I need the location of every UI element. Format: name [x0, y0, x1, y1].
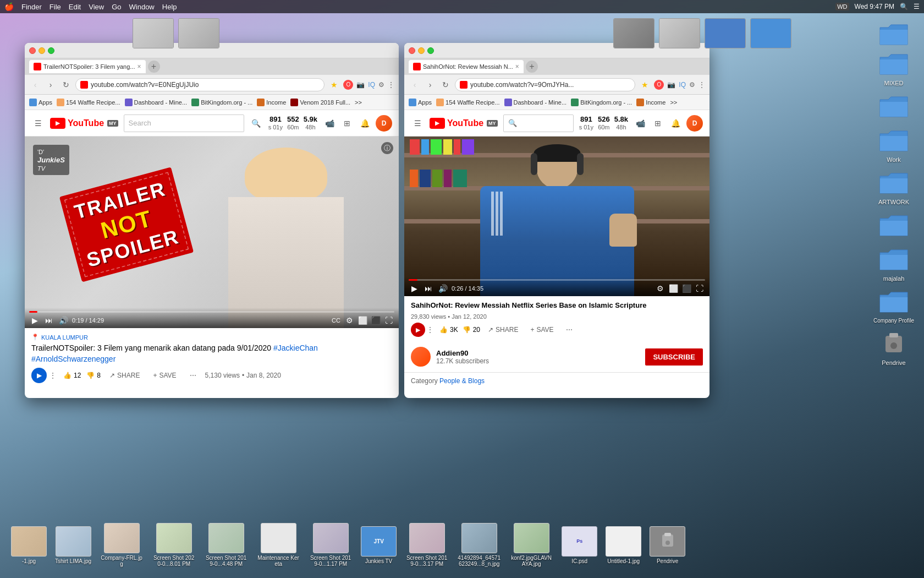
- folder-item-work[interactable]: Work: [877, 127, 910, 163]
- back-button-right[interactable]: ‹: [409, 79, 421, 91]
- avatar-left[interactable]: D: [376, 115, 392, 132]
- file-junkies-tv[interactable]: JTV Junkies TV: [361, 526, 397, 564]
- apps-icon-left[interactable]: ⊞: [340, 117, 354, 130]
- bookmark-apps-right[interactable]: Apps: [409, 99, 432, 106]
- yt-save-indicator[interactable]: ▶ ⋮: [31, 368, 56, 383]
- miniplayer-btn-left[interactable]: ⬛: [370, 315, 381, 326]
- address-bar-left[interactable]: youtube.com/watch?v=E0NEgUjJUio: [75, 78, 324, 91]
- bookmark-waffle-left[interactable]: 154 Waffle Recipe...: [57, 99, 120, 106]
- bookmark-bitkingdom-left[interactable]: BitKingdom.org - ...: [191, 99, 252, 106]
- bookmark-income-right[interactable]: Income: [636, 99, 666, 106]
- subscribe-button[interactable]: SUBSCRIBE: [645, 348, 703, 366]
- forward-button-right[interactable]: ›: [424, 79, 436, 91]
- menu-edit[interactable]: Edit: [69, 3, 81, 11]
- tab-close-right[interactable]: ×: [515, 63, 519, 70]
- dislike-button-right[interactable]: 👎 20: [463, 326, 480, 334]
- bookmark-waffle-right[interactable]: 154 Waffle Recipe...: [436, 99, 499, 106]
- search-icon[interactable]: 🔍: [900, 3, 908, 10]
- folder-item-4[interactable]: Company Profile: [873, 288, 914, 324]
- back-button-left[interactable]: ‹: [29, 79, 41, 91]
- yt-badge-menu-right[interactable]: ⋮: [427, 326, 433, 334]
- more-tools-right[interactable]: ⋮: [698, 81, 705, 89]
- bookmark-star-right[interactable]: ★: [639, 79, 651, 91]
- settings-btn-right[interactable]: ⚙: [654, 283, 666, 294]
- bell-icon-right[interactable]: 🔔: [669, 117, 682, 130]
- ext-icon-right-2[interactable]: IQ: [679, 81, 686, 89]
- tab-close-left[interactable]: ×: [137, 63, 141, 70]
- dock-thumb-3[interactable]: [613, 18, 654, 48]
- bell-icon-left[interactable]: 🔔: [358, 117, 371, 130]
- active-tab-left[interactable]: TrailerNOTSpoiler: 3 Filem yang... ×: [29, 60, 146, 73]
- menu-file[interactable]: File: [50, 3, 61, 11]
- bookmark-dashboard-left[interactable]: Dashboard - Mine...: [125, 99, 188, 106]
- volume-btn-right[interactable]: 🔊: [437, 283, 448, 294]
- upload-icon-left[interactable]: 📹: [323, 117, 336, 130]
- like-button-right[interactable]: 👍 3K: [439, 326, 458, 334]
- bookmark-more-left[interactable]: >>: [355, 99, 362, 106]
- address-bar-right[interactable]: youtube.com/watch?v=9OmJYHa...: [455, 78, 635, 91]
- ext-icon-1[interactable]: 📷: [356, 81, 365, 89]
- file-screenshot2[interactable]: Screen Shot 2019-0...4.48 PM: [204, 523, 248, 567]
- settings-btn-left[interactable]: ⚙: [344, 315, 355, 326]
- file-jpg1[interactable]: -1.jpg: [11, 526, 47, 564]
- more-button-right[interactable]: ⋯: [562, 324, 577, 336]
- bookmark-venom-left[interactable]: Venom 2018 Full...: [290, 99, 350, 106]
- progress-bar-bg-right[interactable]: [409, 279, 705, 281]
- category-value[interactable]: People & Blogs: [439, 377, 485, 385]
- file-screenshot1[interactable]: Screen Shot 2020-0...8.01 PM: [152, 523, 196, 567]
- save-button-left[interactable]: + SAVE: [148, 369, 180, 381]
- menu-view[interactable]: View: [89, 3, 104, 11]
- file-ic-psd[interactable]: Ps IC.psd: [562, 526, 597, 564]
- dislike-button-left[interactable]: 👎 8: [86, 372, 101, 379]
- next-btn-right[interactable]: ⏭: [423, 283, 434, 294]
- folder-item-2[interactable]: [877, 93, 910, 121]
- ext-icon-2[interactable]: IQ: [368, 81, 375, 89]
- refresh-button-left[interactable]: ↻: [60, 79, 72, 91]
- file-konf2[interactable]: konf2.jpgGLAVN AYA.jpg: [509, 523, 553, 567]
- file-pendrive-bottom[interactable]: Pendrive: [650, 526, 685, 564]
- save-button-right[interactable]: + SAVE: [526, 324, 558, 336]
- fullscreen-btn-left[interactable]: ⛶: [383, 315, 394, 326]
- control-strip-icon[interactable]: ☰: [914, 3, 920, 10]
- bookmark-dashboard-right[interactable]: Dashboard - Mine...: [504, 99, 567, 106]
- dock-thumb-5[interactable]: [705, 18, 746, 48]
- ext-icon-right-3[interactable]: ⚙: [689, 81, 695, 89]
- youtube-search-right[interactable]: 🔍: [503, 114, 574, 132]
- dock-thumb-4[interactable]: [659, 18, 700, 48]
- ext-icon-3[interactable]: ⚙: [378, 81, 384, 89]
- menu-window[interactable]: Window: [129, 3, 155, 11]
- youtube-logo-left[interactable]: ▶ YouTube MY: [50, 118, 118, 129]
- video-player-right[interactable]: ▶ ⏭ 🔊 0:26 / 14:35 ⚙ ⬜ ⬛ ⛶: [404, 137, 710, 296]
- volume-btn-left[interactable]: 🔊: [58, 315, 69, 326]
- youtube-search-left[interactable]: Search: [124, 114, 244, 132]
- bookmark-more-right[interactable]: >>: [670, 99, 677, 106]
- apps-icon-right[interactable]: ⊞: [651, 117, 664, 130]
- info-icon-left[interactable]: ⓘ: [381, 142, 393, 154]
- file-company-frl[interactable]: Company-FRL.jpg: [100, 523, 144, 567]
- theater-btn-right[interactable]: ⬜: [668, 283, 679, 294]
- play-btn-right[interactable]: ▶: [409, 283, 420, 294]
- avatar-right[interactable]: D: [686, 115, 703, 132]
- bookmark-apps-left[interactable]: Apps: [29, 99, 52, 106]
- folder-item-3[interactable]: [877, 212, 910, 239]
- progress-bar-bg-left[interactable]: [29, 311, 394, 313]
- dock-thumb-6[interactable]: [750, 18, 791, 48]
- menu-finder[interactable]: Finder: [21, 3, 42, 11]
- folder-item-pendrive[interactable]: Pendrive: [877, 330, 910, 366]
- search-btn-left[interactable]: 🔍: [250, 117, 263, 130]
- yt-badge-menu[interactable]: ⋮: [50, 372, 56, 379]
- menu-help[interactable]: Help: [162, 3, 177, 11]
- new-tab-button-left[interactable]: +: [148, 61, 160, 73]
- play-btn-left[interactable]: ▶: [29, 315, 40, 326]
- bookmark-star-left[interactable]: ★: [328, 79, 340, 91]
- yt-badge-right[interactable]: ▶ ⋮: [411, 323, 433, 337]
- dock-thumb-1[interactable]: [133, 18, 174, 48]
- upload-icon-right[interactable]: 📹: [634, 117, 647, 130]
- miniplayer-btn-right[interactable]: ⬛: [681, 283, 692, 294]
- folder-item-artwork[interactable]: ARTWORK: [877, 170, 910, 205]
- channel-name-right[interactable]: Addien90: [436, 349, 489, 357]
- file-screenshot3[interactable]: Screen Shot 2019-0...1.17 PM: [309, 523, 353, 567]
- hamburger-menu-left[interactable]: ☰: [31, 117, 45, 130]
- share-button-right[interactable]: ↗ SHARE: [483, 324, 522, 336]
- new-tab-button-right[interactable]: +: [526, 61, 538, 73]
